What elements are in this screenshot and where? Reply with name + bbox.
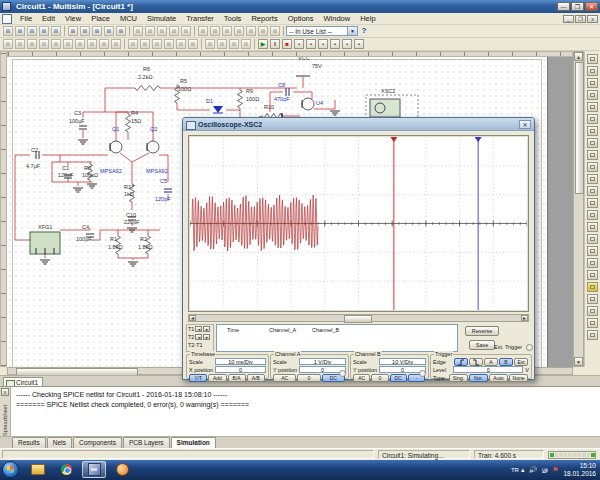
tab-nets[interactable]: Nets [47, 437, 72, 448]
menu-tools[interactable]: Tools [219, 14, 247, 23]
taskbar-multisim-button[interactable] [82, 461, 106, 478]
in-use-list-dropdown[interactable]: -- In Use List --▼ [286, 26, 358, 36]
component-label[interactable]: R1 [110, 236, 117, 242]
logic-converter-icon[interactable] [587, 162, 598, 172]
new-file-icon[interactable] [3, 26, 13, 36]
oscilloscope-close-button[interactable]: ✕ [519, 120, 531, 129]
full-screen-icon[interactable] [133, 26, 143, 36]
print-icon[interactable] [39, 26, 49, 36]
connector-icon[interactable] [176, 39, 186, 49]
component-label[interactable]: VCC [298, 57, 310, 61]
hierarchical-block-icon[interactable] [205, 39, 215, 49]
component-label[interactable]: 75V [312, 63, 322, 69]
distortion-analyzer-icon[interactable] [587, 186, 598, 196]
component-label[interactable]: 470pF [274, 96, 290, 102]
rising-edge-icon[interactable] [454, 358, 468, 366]
scroll-up-arrow[interactable]: ▲ [574, 52, 583, 61]
component-label[interactable]: 100Ω [246, 96, 259, 102]
component-label[interactable]: 1kΩ [124, 191, 134, 197]
component-label[interactable]: 15Ω [131, 118, 141, 124]
word-generator-icon[interactable] [587, 138, 598, 148]
probe-settings-icon[interactable] [587, 306, 598, 316]
component-label[interactable]: XFG1 [38, 224, 52, 230]
tektronix-oscilloscope-icon[interactable] [587, 258, 598, 268]
rf-icon[interactable] [152, 39, 162, 49]
redo-icon[interactable] [116, 26, 126, 36]
undo-icon[interactable] [104, 26, 114, 36]
cursor1-left-button[interactable]: ◄ [195, 326, 202, 332]
mode-button-yt[interactable]: Y/T [189, 374, 207, 382]
measurement-probe-icon[interactable] [587, 294, 598, 304]
trigger-type-auto[interactable]: Auto [489, 374, 508, 382]
agilent-function-generator-icon[interactable] [587, 222, 598, 232]
breakpoint-icon[interactable]: • [294, 39, 304, 49]
scope-scroll-right-arrow[interactable]: ► [521, 315, 528, 321]
mdi-restore-button[interactable]: ❐ [575, 15, 586, 23]
tab-components[interactable]: Components [73, 437, 122, 448]
component-label[interactable]: C1 [62, 165, 69, 171]
cursor1-right-button[interactable]: ► [203, 326, 210, 332]
component-label[interactable]: 100kΩ [82, 172, 98, 178]
position-field[interactable]: 0 [215, 366, 266, 373]
mode-button-ac[interactable]: AC [273, 374, 296, 382]
stop-icon[interactable]: ■ [282, 39, 292, 49]
component-label[interactable]: R5 [180, 78, 187, 84]
electromechanical-icon[interactable] [164, 39, 174, 49]
oscilloscope-titlebar[interactable]: Oscilloscope-XSC2 [183, 118, 534, 131]
toggle-breakpoint-icon[interactable]: • [354, 39, 364, 49]
window-titlebar[interactable]: Circuit1 - Multisim - [Circuit1 *] [0, 0, 600, 13]
component-label[interactable]: Q2 [150, 126, 157, 132]
run-icon[interactable]: ▶ [258, 39, 268, 49]
language-indicator[interactable]: TR [511, 467, 519, 473]
component-label[interactable]: 220µF [124, 219, 140, 225]
trigger-level-field[interactable]: 0 [453, 366, 523, 373]
tab-pcb-layers[interactable]: PCB Layers [123, 437, 170, 448]
component-label[interactable]: MPSA92 [146, 168, 168, 174]
print-preview-icon[interactable] [51, 26, 61, 36]
component-label[interactable]: 100µF [69, 118, 85, 124]
scale-field[interactable]: 10 ms/Div [215, 358, 266, 365]
four-channel-oscilloscope-icon[interactable] [587, 102, 598, 112]
network-icon[interactable]: 🖳 [541, 467, 548, 474]
clock[interactable]: 15:10 18.01.2016 [563, 462, 596, 478]
step-out-icon[interactable]: • [330, 39, 340, 49]
run-to-cursor-icon[interactable]: • [342, 39, 352, 49]
frequency-counter-icon[interactable] [587, 126, 598, 136]
pause-icon[interactable]: ‖ [270, 39, 280, 49]
component-label[interactable]: Q1 [112, 126, 119, 132]
spreadsheet-view-icon[interactable] [210, 26, 220, 36]
mcu-component-icon[interactable] [188, 39, 198, 49]
component-label[interactable]: R6 [143, 66, 150, 72]
cut-icon[interactable] [68, 26, 78, 36]
taskbar-app-button[interactable] [110, 461, 134, 478]
create-component-icon[interactable] [234, 26, 244, 36]
mode-button-0[interactable]: 0 [297, 374, 320, 382]
ttl-icon[interactable] [63, 39, 73, 49]
indicator-icon[interactable] [111, 39, 121, 49]
eraser-icon[interactable] [587, 318, 598, 328]
component-label[interactable]: C5 [160, 178, 167, 184]
trigger-source-ext[interactable]: Ext [514, 358, 528, 366]
mode-button-0[interactable]: 0 [371, 374, 388, 382]
current-clamp-icon[interactable] [587, 282, 598, 292]
step-over-icon[interactable]: • [318, 39, 328, 49]
menu-simulate[interactable]: Simulate [142, 14, 181, 23]
pencil-icon[interactable] [587, 330, 598, 340]
postprocessor-icon[interactable] [258, 26, 268, 36]
tab-results[interactable]: Results [12, 437, 46, 448]
trigger-type-nor[interactable]: Nor. [469, 374, 488, 382]
database-manager-icon[interactable] [222, 26, 232, 36]
cursor2-left-button[interactable]: ◄ [195, 334, 202, 340]
component-label[interactable]: R3 [84, 165, 91, 171]
oscilloscope-icon[interactable] [587, 90, 598, 100]
menu-transfer[interactable]: Transfer [181, 14, 219, 23]
step-into-icon[interactable]: • [306, 39, 316, 49]
spreadsheet-close-icon[interactable]: x [1, 388, 9, 396]
mode-button-dc[interactable]: DC [390, 374, 407, 382]
menu-window[interactable]: Window [319, 14, 356, 23]
reverse-button[interactable]: Reverse [465, 326, 499, 336]
canvas-vertical-scrollbar[interactable]: ▲ ▼ [573, 51, 584, 367]
mode-button-ba[interactable]: B/A [228, 374, 246, 382]
menu-options[interactable]: Options [283, 14, 319, 23]
diode-icon[interactable] [27, 39, 37, 49]
